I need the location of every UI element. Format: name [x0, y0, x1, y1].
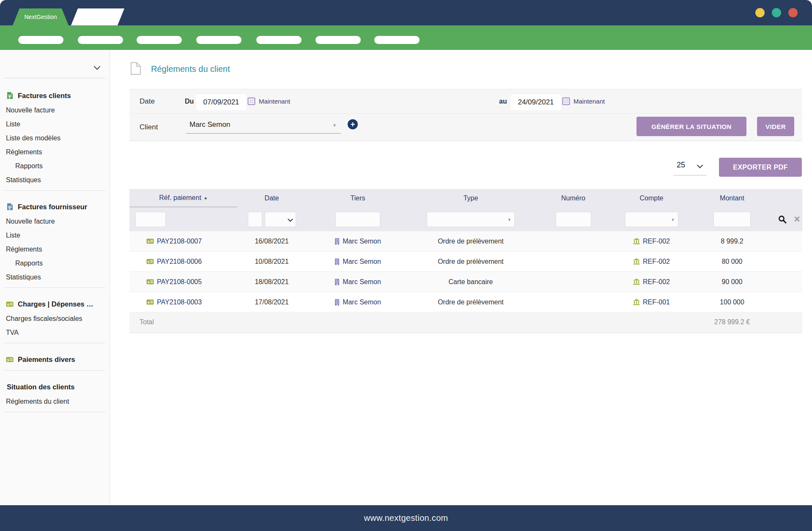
building-icon — [335, 258, 340, 265]
search-icon[interactable] — [778, 215, 787, 224]
sidebar-item[interactable]: Statistiques — [0, 173, 110, 187]
bank-icon — [633, 238, 640, 244]
ref-link[interactable]: PAY2108-0007 — [157, 238, 202, 245]
compte-link[interactable]: REF-002 — [643, 238, 670, 245]
sidebar-item[interactable]: Statistiques — [0, 270, 110, 284]
type-text: Ordre de prélèvement — [438, 238, 504, 245]
filter-select-compte[interactable]: ▼ — [625, 212, 678, 227]
payments-table: Réf. paiement▲DateTiersTypeNuméroCompteM… — [129, 189, 802, 333]
filter-select-date[interactable] — [265, 212, 296, 227]
svg-text:$: $ — [7, 358, 9, 361]
filter-select-type[interactable]: ▼ — [427, 212, 515, 227]
compte-link[interactable]: REF-002 — [643, 258, 670, 266]
cell-date: 18/08/2021 — [237, 272, 306, 292]
column-header-ref[interactable]: Réf. paiement▲ — [129, 189, 237, 207]
ref-link[interactable]: PAY2108-0005 — [157, 278, 202, 286]
sidebar-item[interactable]: Rapports — [0, 256, 110, 270]
column-header-label: Numéro — [561, 194, 585, 202]
sidebar-item[interactable]: Règlements — [0, 242, 110, 256]
sidebar-item[interactable]: Charges fiscales/sociales — [0, 312, 110, 326]
table-header-row: Réf. paiement▲DateTiersTypeNuméroCompteM… — [129, 189, 802, 207]
sidebar-item[interactable]: Liste — [0, 117, 110, 131]
tiers-link[interactable]: Marc Semon — [343, 258, 381, 266]
compte-link[interactable]: REF-001 — [643, 298, 670, 306]
clear-filters-icon[interactable]: ✕ — [794, 214, 801, 224]
cell-compte: REF-002 — [614, 231, 689, 252]
page-size-select[interactable]: 25 — [673, 159, 706, 175]
ref-link[interactable]: PAY2108-0003 — [157, 298, 202, 306]
date-to-input[interactable] — [510, 94, 562, 111]
filter-input-numero[interactable] — [556, 212, 591, 227]
export-pdf-button[interactable]: EXPORTER PDF — [719, 158, 802, 177]
building-icon — [335, 238, 340, 245]
column-header-date[interactable]: Date — [237, 189, 306, 207]
sidebar-item[interactable]: Rapports — [0, 159, 110, 173]
column-header-numero[interactable]: Numéro — [532, 189, 614, 207]
sidebar-section-title[interactable]: Situation des clients — [0, 379, 110, 394]
filter-cell-ref — [129, 207, 237, 231]
sidebar-item[interactable]: TVA — [0, 326, 110, 339]
cell-tiers: Marc Semon — [306, 292, 409, 312]
column-header-label: Réf. paiement — [159, 194, 201, 202]
clear-button[interactable]: VIDER — [757, 117, 794, 136]
generate-situation-button[interactable]: GÉNÉRER LA SITUATION — [636, 117, 746, 136]
from-label: Du — [185, 98, 194, 105]
filter-input-ref[interactable] — [135, 212, 166, 227]
tiers-link[interactable]: Marc Semon — [343, 238, 381, 245]
date-label: Date — [140, 97, 155, 106]
sidebar-item[interactable]: Règlements — [0, 145, 110, 159]
sidebar-company-select[interactable] — [4, 55, 105, 78]
sidebar-item[interactable]: Nouvelle facture — [0, 214, 110, 228]
sidebar-section-title[interactable]: $Paiements divers — [0, 352, 110, 367]
column-header-montant[interactable]: Montant — [689, 189, 776, 207]
date-from-input[interactable] — [195, 94, 247, 111]
nav-pill-placeholder[interactable] — [196, 36, 241, 44]
calendar-icon[interactable] — [562, 97, 570, 107]
chevron-down-icon — [697, 162, 703, 168]
now-link-to[interactable]: Maintenant — [573, 98, 605, 105]
sidebar-item[interactable]: Nouvelle facture — [0, 103, 110, 117]
ref-link[interactable]: PAY2108-0006 — [157, 258, 202, 266]
window-dot-red[interactable] — [788, 8, 798, 17]
nav-pill-placeholder[interactable] — [256, 36, 302, 44]
column-header-tiers[interactable]: Tiers — [306, 189, 409, 207]
compte-link[interactable]: REF-002 — [643, 278, 670, 286]
filter-input-date[interactable] — [248, 212, 262, 227]
window-dot-teal[interactable] — [772, 8, 781, 17]
table-total-row: Total 278 999.2 € — [129, 312, 802, 333]
sidebar-section: Situation des clientsRéglements du clien… — [0, 371, 110, 408]
sidebar-section-title[interactable]: $Charges | Dépenses … — [0, 296, 110, 312]
calendar-icon[interactable] — [247, 97, 255, 107]
client-select[interactable]: Marc Semon ▼ — [186, 119, 341, 134]
column-header-type[interactable]: Type — [409, 189, 532, 207]
sidebar-section-title[interactable]: $Factures clients — [0, 88, 110, 103]
sidebar-item[interactable]: Liste — [0, 228, 110, 242]
nav-pill-placeholder[interactable] — [78, 36, 123, 44]
nav-pill-placeholder[interactable] — [374, 36, 420, 44]
sidebar-section: $Factures clientsNouvelle factureListeLi… — [0, 79, 110, 187]
filter-input-montant[interactable] — [713, 212, 751, 227]
nav-pill-placeholder[interactable] — [137, 36, 182, 44]
sidebar-section: $Charges | Dépenses …Charges fiscales/so… — [0, 288, 110, 339]
nav-pill-placeholder[interactable] — [18, 36, 63, 44]
add-client-button[interactable]: + — [348, 119, 358, 129]
nav-pill-placeholder[interactable] — [315, 36, 361, 44]
tiers-link[interactable]: Marc Semon — [343, 278, 381, 286]
window-dot-yellow[interactable] — [755, 8, 765, 17]
caret-down-icon: ▼ — [671, 218, 675, 222]
cell-compte: REF-002 — [614, 272, 689, 292]
chevron-down-icon — [94, 63, 101, 70]
cell-ref: $PAY2108-0007 — [129, 231, 237, 252]
cell-ref: $PAY2108-0006 — [129, 252, 237, 272]
sidebar-item[interactable]: Réglements du client — [0, 394, 110, 408]
sidebar-item[interactable]: Liste des modèles — [0, 131, 110, 145]
sidebar-section-title[interactable]: $Factures fournisseur — [0, 199, 110, 214]
now-link-from[interactable]: Maintenant — [259, 98, 290, 105]
bank-icon — [633, 299, 640, 305]
filter-input-tiers[interactable] — [335, 212, 380, 227]
date-text: 18/08/2021 — [255, 278, 288, 286]
sidebar: $Factures clientsNouvelle factureListeLi… — [0, 50, 110, 505]
brand-tab[interactable]: NextGestion — [13, 8, 69, 25]
column-header-compte[interactable]: Compte — [614, 189, 689, 207]
tiers-link[interactable]: Marc Semon — [343, 298, 381, 306]
